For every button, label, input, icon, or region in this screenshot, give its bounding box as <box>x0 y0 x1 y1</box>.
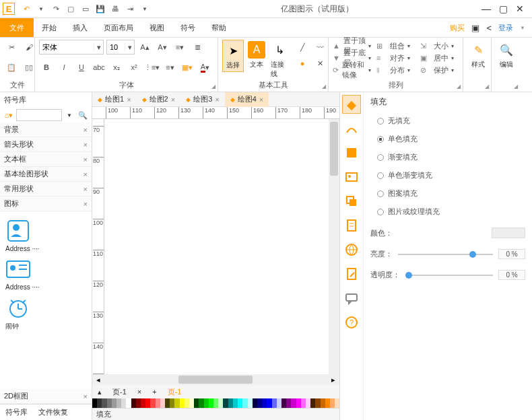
library-search-input[interactable] <box>16 109 62 121</box>
menu-file[interactable]: 文件 <box>0 18 34 37</box>
color-swatch[interactable] <box>228 398 233 408</box>
line-panel-icon[interactable] <box>342 119 361 138</box>
color-swatch[interactable] <box>281 398 286 408</box>
page-panel-icon[interactable] <box>342 216 361 235</box>
paste-button[interactable]: 📋 <box>4 60 19 75</box>
color-swatch[interactable] <box>310 398 315 408</box>
tools-dialog-launcher[interactable]: ◢ <box>322 83 326 90</box>
page-close-icon[interactable]: × <box>132 388 147 396</box>
curve-tool[interactable]: 〰 <box>312 40 327 55</box>
minimize-button[interactable]: — <box>481 3 491 14</box>
protect-button[interactable]: ⊘保护▾ <box>420 64 459 76</box>
fill-option-4[interactable]: 图案填充 <box>370 186 525 204</box>
color-swatch[interactable] <box>92 398 97 408</box>
font-family-combo[interactable]: ▾ <box>39 40 104 55</box>
new-button[interactable]: ▢ <box>63 1 78 16</box>
font-dialog-launcher[interactable]: ◢ <box>211 83 215 90</box>
color-swatch[interactable] <box>306 398 310 408</box>
doc-tab-0[interactable]: ◆绘图1× <box>92 92 137 107</box>
category-0[interactable]: 背景× <box>0 123 92 137</box>
menu-layout[interactable]: 页面布局 <box>96 18 141 37</box>
layer-panel-icon[interactable] <box>342 192 361 211</box>
color-swatch[interactable] <box>156 398 160 408</box>
redo-button[interactable]: ↷ <box>48 1 63 16</box>
crop-tool[interactable]: ✕ <box>312 56 327 71</box>
category-1[interactable]: 箭头形状× <box>0 137 92 152</box>
color-swatch[interactable] <box>209 398 213 408</box>
color-swatch[interactable] <box>189 398 194 408</box>
category-5[interactable]: 图标× <box>0 197 92 211</box>
style-button[interactable]: ✎样式 <box>467 40 489 71</box>
open-button[interactable]: ▭ <box>78 1 93 16</box>
fill-option-0[interactable]: 无填充 <box>370 113 525 131</box>
color-swatch[interactable] <box>136 398 141 408</box>
color-swatch[interactable] <box>170 398 174 408</box>
menu-insert[interactable]: 插入 <box>65 18 96 37</box>
text-tool[interactable]: A文本 <box>246 40 267 71</box>
qat-dropdown[interactable]: ▼ <box>137 1 152 16</box>
rotate-button[interactable]: ⟳旋转和镜像▾ <box>333 64 371 76</box>
color-swatch[interactable] <box>262 398 267 408</box>
horizontal-scrollbar[interactable]: ◂ ▸ <box>92 374 339 385</box>
page-tab-1[interactable]: 页-1 <box>107 387 132 397</box>
color-swatch[interactable] <box>242 398 247 408</box>
copy-button[interactable]: ▯▯ <box>22 60 36 75</box>
color-swatch[interactable] <box>325 398 330 408</box>
cut-button[interactable]: ✂ <box>4 40 19 55</box>
connector-tool[interactable]: ↳连接线 <box>269 40 290 80</box>
circle-tool[interactable]: ● <box>295 56 310 71</box>
distribute-button[interactable]: ⫴分布▾ <box>376 64 415 76</box>
search-icon[interactable]: 🔍 <box>77 111 89 120</box>
canvas[interactable] <box>104 119 329 374</box>
color-swatch[interactable] <box>117 398 121 408</box>
color-swatch[interactable] <box>238 398 242 408</box>
category-2d-frame[interactable]: 2D框图× <box>0 389 92 404</box>
fill-panel-icon[interactable] <box>342 95 361 114</box>
doc-tab-3[interactable]: ◆绘图4× <box>225 92 269 107</box>
page-tab-2[interactable]: 页-1 <box>162 387 187 397</box>
color-swatch[interactable] <box>107 398 112 408</box>
font-color-button[interactable]: A▾ <box>197 60 212 75</box>
color-swatch[interactable] <box>233 398 238 408</box>
highlight-button[interactable]: ▦▾ <box>180 60 195 75</box>
shadow-panel-icon[interactable] <box>342 143 361 162</box>
color-picker[interactable] <box>492 228 525 238</box>
brightness-slider[interactable] <box>398 254 493 255</box>
left-tab-recovery[interactable]: 文件恢复 <box>33 405 73 420</box>
doc-tab-1[interactable]: ◆绘图2× <box>137 92 181 107</box>
color-swatch[interactable] <box>121 398 126 408</box>
align-h-button[interactable]: ≣ <box>190 40 205 55</box>
login-dropdown[interactable]: ▼ <box>520 25 525 31</box>
help-panel-icon[interactable]: ? <box>342 313 361 332</box>
save-button[interactable]: 💾 <box>93 1 108 16</box>
color-swatch[interactable] <box>174 398 179 408</box>
color-swatch[interactable] <box>180 398 185 408</box>
color-swatch[interactable] <box>315 398 320 408</box>
color-swatch[interactable] <box>218 398 223 408</box>
fill-option-2[interactable]: 渐变填充 <box>370 149 525 168</box>
style-dialog-launcher[interactable]: ◢ <box>485 83 489 90</box>
align-button[interactable]: ≡对齐▾ <box>376 52 415 64</box>
color-swatch[interactable] <box>286 398 291 408</box>
font-size-combo[interactable]: ▾ <box>106 40 135 55</box>
select-tool[interactable]: ➤选择 <box>222 40 244 72</box>
print-button[interactable]: 🖶 <box>108 1 123 16</box>
color-swatch[interactable] <box>126 398 131 408</box>
group-button[interactable]: ⊞组合▾ <box>376 40 415 52</box>
superscript-button[interactable]: x² <box>127 60 141 75</box>
address-shape-1[interactable] <box>5 218 31 244</box>
color-swatch[interactable] <box>301 398 306 408</box>
vertical-scrollbar[interactable] <box>329 119 339 374</box>
image-panel-icon[interactable] <box>342 168 361 186</box>
color-swatch[interactable] <box>131 398 136 408</box>
left-tab-library[interactable]: 符号库 <box>0 405 33 420</box>
library-home-icon[interactable]: ⌂▾ <box>3 109 15 121</box>
color-swatch[interactable] <box>102 398 106 408</box>
buy-link[interactable]: 购买 <box>450 23 465 33</box>
color-swatch[interactable] <box>185 398 189 408</box>
close-button[interactable]: ✕ <box>516 3 524 14</box>
menu-view[interactable]: 视图 <box>141 18 172 37</box>
color-swatch[interactable] <box>141 398 145 408</box>
color-swatch[interactable] <box>145 398 150 408</box>
format-painter[interactable]: 🖌 <box>22 40 36 55</box>
